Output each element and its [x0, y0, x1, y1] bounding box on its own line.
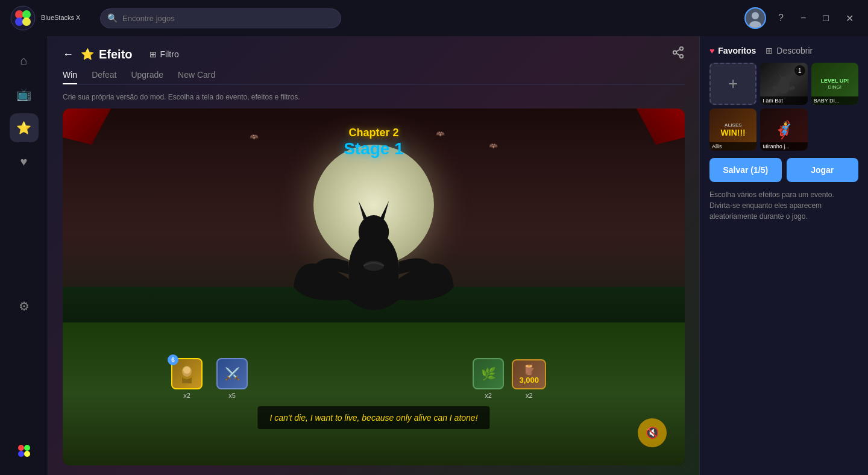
heart-icon: ♥	[20, 155, 28, 169]
tab-win[interactable]: Win	[63, 70, 77, 84]
share-button[interactable]	[671, 46, 685, 63]
batman-card-icon	[772, 72, 796, 96]
svg-point-2	[22, 10, 31, 19]
help-button[interactable]: ?	[773, 10, 788, 26]
home-icon: ⌂	[20, 54, 27, 68]
svg-point-4	[22, 17, 31, 26]
list-item[interactable]: 🦸 Miranho j...	[760, 109, 807, 151]
descobrir-button[interactable]: ⊞ Descobrir	[766, 46, 813, 55]
add-icon: +	[728, 74, 738, 93]
baby-card-label: BABY DI...	[811, 96, 858, 105]
svg-point-0	[11, 6, 35, 30]
svg-line-16	[676, 49, 680, 52]
svg-marker-19	[359, 201, 367, 219]
sidebar-item-star[interactable]: ⭐	[10, 113, 39, 142]
action-buttons: Salvar (1/5) Jogar	[709, 158, 858, 182]
sidebar-item-heart[interactable]: ♥	[10, 147, 39, 176]
search-input[interactable]	[100, 8, 341, 28]
tv-icon: 📺	[16, 87, 31, 101]
character-card: 6	[171, 358, 203, 389]
wood-card: 🪵 3,000	[512, 359, 546, 389]
filter-button[interactable]: ⊞ Filtro	[149, 49, 179, 59]
maximize-button[interactable]: □	[818, 10, 834, 26]
page-title: Efeito	[99, 48, 133, 61]
list-item[interactable]: 1 I am Bat	[760, 63, 807, 105]
svg-point-14	[680, 55, 684, 58]
card-right2-area: 🪵 3,000 x2	[512, 359, 546, 399]
tab-defeat[interactable]: Defeat	[92, 70, 116, 84]
character-icon	[177, 364, 197, 383]
card-middle-count: x5	[228, 392, 236, 399]
titlebar: BlueStacks X 🔍 ? − □ ✕	[0, 0, 868, 36]
batman-card-num: 1	[794, 65, 805, 76]
sidebar: ⌂ 📺 ⭐ ♥ ⚙	[0, 36, 48, 475]
allis-card-label: Allis	[709, 142, 756, 151]
star-icon: ⭐	[16, 121, 31, 135]
svg-marker-20	[380, 201, 389, 219]
search-bar[interactable]: 🔍	[100, 8, 341, 28]
avatar[interactable]	[744, 7, 766, 29]
bluestacks-small-icon	[14, 441, 34, 461]
batman-silhouette	[289, 169, 458, 338]
efeito-icon: ⭐	[81, 48, 94, 61]
wood-count: 3,000	[519, 376, 539, 385]
content-area: ← ⭐ Efeito ⊞ Filtro Win	[48, 36, 699, 475]
svg-point-13	[673, 51, 677, 54]
miranho-card-label: Miranho j...	[760, 142, 807, 151]
filter-icon: ⊞	[149, 49, 157, 59]
card-middle-area: ⚔️ x5	[216, 358, 248, 399]
svg-point-25	[780, 77, 787, 85]
save-button[interactable]: Salvar (1/5)	[709, 158, 782, 182]
svg-marker-27	[785, 73, 788, 78]
blue-card: ⚔️	[216, 358, 248, 389]
heart-favorites-icon: ♥	[709, 46, 714, 55]
svg-point-3	[15, 17, 24, 26]
card-grid: + 1 I am Bat	[709, 63, 858, 151]
bluestacks-logo-icon	[10, 5, 36, 31]
svg-point-12	[680, 47, 684, 51]
logo-text: BlueStacks X	[41, 14, 80, 22]
list-item[interactable]: ALISES WIN!!! Allis	[709, 109, 756, 151]
svg-point-11	[24, 451, 30, 457]
green-card: 🌿	[473, 358, 504, 389]
back-button[interactable]: ←	[63, 48, 74, 61]
card-right1-area: 🌿 x2	[473, 358, 504, 399]
game-preview: Chapter 2 Stage 1	[63, 109, 685, 465]
list-item[interactable]: LEVEL UP! DING! BABY DI...	[811, 63, 858, 105]
sidebar-item-bluestacks[interactable]	[10, 436, 39, 465]
minimize-button[interactable]: −	[796, 10, 811, 26]
game-canvas: Chapter 2 Stage 1	[63, 109, 685, 465]
chapter-text: Chapter 2	[344, 127, 404, 139]
sidebar-item-home[interactable]: ⌂	[10, 46, 39, 75]
mute-button[interactable]: 🔇	[638, 418, 667, 447]
descobrir-label: Descobrir	[776, 46, 813, 55]
card-right2-count: x2	[526, 392, 533, 399]
sidebar-item-tv[interactable]: 📺	[10, 80, 39, 109]
card-badge: 6	[168, 354, 178, 365]
game-chapter-area: Chapter 2 Stage 1	[344, 127, 404, 159]
batman-card-label: I am Bat	[760, 96, 807, 105]
filter-label: Filtro	[160, 49, 179, 59]
favoritos-button[interactable]: ♥ Favoritos	[709, 46, 756, 55]
mute-icon: 🔇	[646, 426, 659, 439]
close-button[interactable]: ✕	[841, 10, 858, 27]
share-icon	[671, 47, 685, 62]
card-right1-count: x2	[485, 392, 492, 399]
right-panel: ♥ Favoritos ⊞ Descobrir +	[699, 36, 868, 475]
dialogue-text: I can't die, I want to live, because onl…	[269, 413, 477, 423]
tab-upgrade[interactable]: Upgrade	[131, 70, 163, 84]
svg-point-18	[359, 215, 389, 249]
tab-new-card[interactable]: New Card	[178, 70, 215, 84]
svg-point-8	[18, 445, 24, 451]
main-layout: ⌂ 📺 ⭐ ♥ ⚙ ← ⭐ Efeito	[0, 36, 868, 475]
bat-decoration-3: 🦇	[436, 130, 445, 138]
sidebar-item-settings[interactable]: ⚙	[10, 292, 39, 321]
svg-point-1	[15, 10, 24, 19]
svg-line-15	[676, 53, 680, 55]
play-button[interactable]: Jogar	[787, 158, 859, 182]
svg-point-23	[183, 366, 190, 374]
add-card-button[interactable]: +	[709, 63, 756, 105]
bat-decoration-1: 🦇	[250, 133, 259, 141]
page-header: ← ⭐ Efeito ⊞ Filtro	[63, 46, 685, 63]
tab-description: Crie sua própria versão do mod. Escolha …	[63, 93, 685, 101]
